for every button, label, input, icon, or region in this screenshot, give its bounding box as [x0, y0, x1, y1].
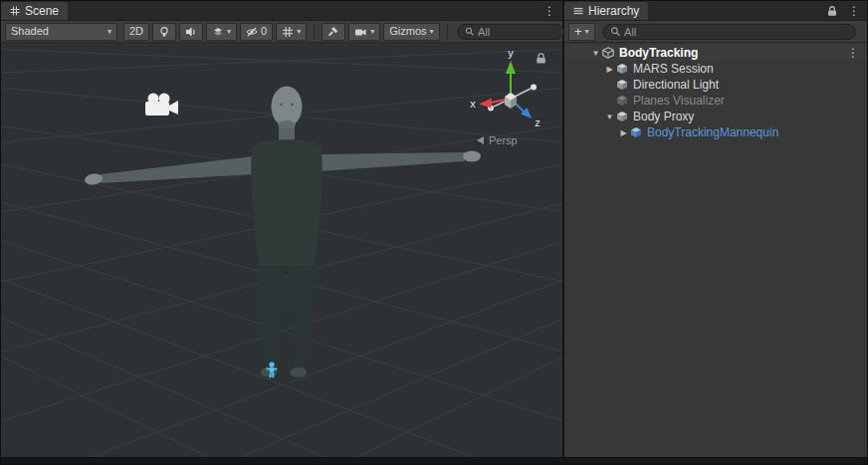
hierarchy-panel-menu-icon[interactable]: ⋮: [841, 1, 867, 20]
prefab-cube-icon: [629, 126, 643, 139]
hierarchy-row-bodytrackingmannequin[interactable]: ▶ BodyTrackingMannequin: [564, 124, 867, 140]
hierarchy-row-body-proxy[interactable]: ▼ Body Proxy: [564, 109, 867, 124]
window-bottom-edge: [1, 457, 867, 464]
search-icon: [610, 26, 620, 37]
draw-mode-dropdown[interactable]: Shaded ▾: [5, 23, 117, 41]
scene-visibility-button[interactable]: 0: [240, 23, 273, 41]
scene-camera-dropdown[interactable]: ▾: [348, 23, 380, 41]
gameobject-cube-icon: [615, 79, 629, 92]
gameobject-cube-icon: [615, 111, 629, 123]
toggle-2d-label: 2D: [129, 26, 143, 37]
plus-icon: +: [574, 25, 582, 38]
search-icon: [465, 26, 474, 37]
row-label: Body Proxy: [633, 110, 694, 123]
tab-scene[interactable]: Scene: [1, 2, 68, 20]
lightbulb-icon: [158, 26, 170, 38]
chevron-down-icon: ▾: [430, 28, 434, 36]
scene-toolbar: Shaded ▾ 2D: [1, 21, 562, 43]
unity-scene-icon: [601, 47, 615, 60]
scene-panel: Scene ⋮ Shaded ▾ 2D: [1, 1, 564, 457]
scene-search-field[interactable]: [457, 24, 564, 40]
row-label: Planes Visualizer: [633, 94, 725, 108]
create-object-dropdown[interactable]: + ▾: [568, 23, 595, 41]
foldout-closed-icon[interactable]: ▶: [604, 65, 615, 74]
chevron-down-icon: ▾: [585, 28, 589, 36]
hierarchy-toolbar: + ▾: [564, 21, 867, 43]
tabbar-spacer: [648, 1, 823, 20]
row-label: BodyTracking: [619, 46, 698, 60]
scene-options-kebab-icon[interactable]: ⋮: [847, 46, 867, 60]
chevron-down-icon: ▾: [297, 28, 301, 36]
lock-icon[interactable]: [535, 52, 547, 65]
avatar-gizmo-icon[interactable]: [264, 361, 280, 379]
toolbar-separator: [447, 25, 448, 39]
speaker-icon: [185, 26, 197, 38]
eye-hidden-icon: [246, 26, 258, 38]
hierarchy-search-input[interactable]: [624, 26, 848, 38]
scene-lighting-button[interactable]: [152, 23, 176, 41]
scene-grid-dropdown[interactable]: ▾: [276, 23, 307, 41]
hierarchy-lock-icon[interactable]: [823, 1, 841, 20]
scene-tools-button[interactable]: [322, 23, 345, 41]
scene-viewport[interactable]: y x z Persp: [1, 43, 562, 457]
camera-icon: [354, 26, 367, 38]
gizmos-dropdown[interactable]: Gizmos ▾: [383, 23, 439, 41]
hierarchy-tree: ▼ BodyTracking ⋮ ▶: [564, 43, 867, 457]
scene-tab-label: Scene: [25, 4, 59, 18]
scene-grid-icon: [10, 6, 20, 16]
scene-tabbar: Scene ⋮: [1, 1, 562, 21]
grid-icon: [282, 26, 294, 38]
toggle-2d-button[interactable]: 2D: [123, 23, 149, 41]
unity-editor-window: Scene ⋮ Shaded ▾ 2D: [0, 0, 868, 465]
hierarchy-panel: Hierarchy ⋮ + ▾: [564, 1, 867, 457]
chevron-down-icon: ▾: [370, 28, 374, 36]
hierarchy-row-directional-light[interactable]: Directional Light: [564, 77, 867, 93]
chevron-down-icon: ▾: [108, 28, 111, 36]
tab-hierarchy[interactable]: Hierarchy: [564, 2, 648, 20]
hierarchy-tabbar: Hierarchy ⋮: [564, 1, 867, 21]
projection-label: Persp: [489, 134, 518, 146]
effects-layers-icon: [212, 26, 224, 38]
editor-main-area: Scene ⋮ Shaded ▾ 2D: [1, 1, 867, 457]
hierarchy-row-planes-visualizer[interactable]: Planes Visualizer: [564, 93, 867, 109]
scene-effects-dropdown[interactable]: ▾: [206, 23, 237, 41]
scene-audio-button[interactable]: [179, 23, 203, 41]
foldout-closed-icon[interactable]: ▶: [618, 128, 629, 137]
axis-y-label: y: [508, 47, 514, 59]
hierarchy-row-bodytracking[interactable]: ▼ BodyTracking ⋮: [564, 45, 867, 61]
hammer-icon: [327, 26, 339, 38]
hierarchy-tab-label: Hierarchy: [588, 4, 639, 18]
gameobject-cube-icon: [615, 95, 629, 108]
scene-panel-menu-icon[interactable]: ⋮: [537, 1, 562, 20]
foldout-open-icon[interactable]: ▼: [590, 49, 601, 58]
persp-cone-icon: [477, 136, 485, 144]
toolbar-separator: [314, 25, 315, 39]
list-icon: [573, 6, 583, 16]
hidden-count-label: 0: [261, 26, 267, 37]
foldout-open-icon[interactable]: ▼: [604, 113, 615, 121]
tabbar-spacer: [68, 1, 537, 20]
projection-toggle[interactable]: Persp: [477, 134, 518, 146]
hierarchy-search-field[interactable]: [602, 24, 856, 40]
row-label: BodyTrackingMannequin: [647, 125, 778, 139]
row-label: Directional Light: [633, 78, 719, 92]
hierarchy-row-mars-session[interactable]: ▶ MARS Session: [564, 61, 867, 77]
axis-z-label: z: [535, 116, 541, 128]
gameobject-cube-icon: [615, 63, 629, 76]
chevron-down-icon: ▾: [227, 28, 231, 36]
row-label: MARS Session: [633, 62, 714, 76]
scene-search-input[interactable]: [478, 26, 556, 38]
gizmos-label: Gizmos: [389, 26, 426, 37]
camera-gizmo-icon[interactable]: [141, 92, 181, 119]
draw-mode-label: Shaded: [11, 26, 49, 37]
axis-x-label: x: [470, 98, 476, 110]
